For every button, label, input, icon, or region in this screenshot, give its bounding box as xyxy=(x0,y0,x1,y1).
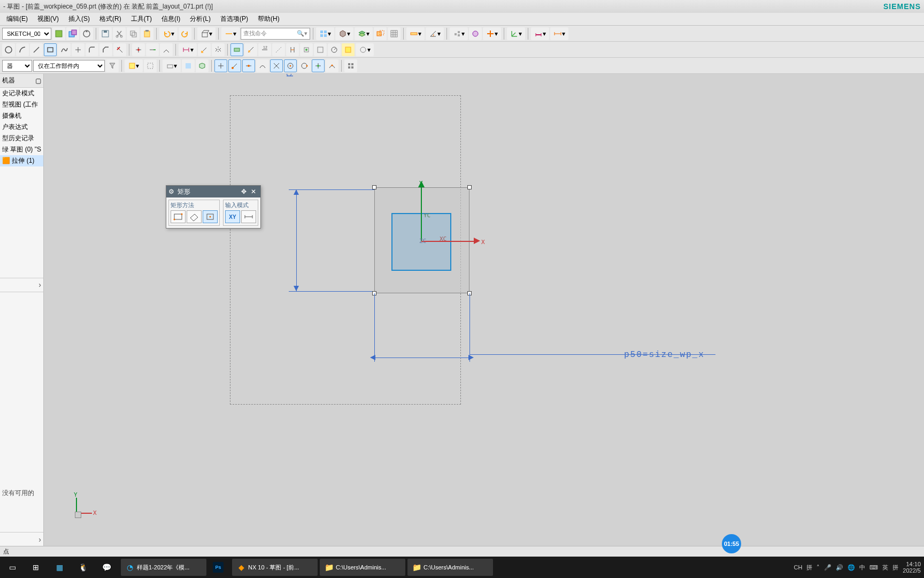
task-item-explorer2[interactable]: 📁C:\Users\Adminis... xyxy=(407,559,493,576)
point-icon[interactable] xyxy=(72,43,84,56)
selection-filter-combo[interactable]: 仅在工作部件内 xyxy=(33,60,105,72)
rect-by-2pt-button[interactable] xyxy=(171,210,186,223)
tree-item[interactable]: 史记录模式 xyxy=(0,88,43,99)
grid-icon[interactable] xyxy=(388,27,401,40)
dim-icon[interactable]: ▾ xyxy=(550,27,568,40)
menu-info[interactable]: 信息(I) xyxy=(157,13,184,25)
rect-by-3pt-button[interactable] xyxy=(187,210,202,223)
wcs-icon[interactable]: ▾ xyxy=(507,27,525,40)
menu-insert[interactable]: 插入(S) xyxy=(64,13,94,25)
make-corner-icon[interactable] xyxy=(160,43,173,56)
animate-dim-icon[interactable] xyxy=(328,43,341,56)
show-constraint-icon[interactable] xyxy=(244,43,257,56)
cut-icon[interactable] xyxy=(113,27,126,40)
tree-item[interactable]: 绿 草图 (0) "S xyxy=(0,144,43,155)
tree-scroll-right[interactable]: › xyxy=(0,278,43,292)
ime-indicator[interactable]: CH xyxy=(794,564,802,571)
save-icon[interactable] xyxy=(99,27,112,40)
gear-icon[interactable]: ⚙ xyxy=(168,188,174,195)
quick-trim-icon[interactable] xyxy=(132,43,145,56)
snap-intersect-icon[interactable] xyxy=(270,59,283,72)
ime-indicator[interactable]: 中 xyxy=(859,564,865,572)
snap-end-icon[interactable] xyxy=(228,59,241,72)
snap-quad-icon[interactable] xyxy=(298,59,311,72)
copy-icon[interactable] xyxy=(127,27,140,40)
more-sketch-icon[interactable]: ▾ xyxy=(356,43,374,56)
tree-item[interactable]: 户表达式 xyxy=(0,121,43,133)
undo-icon[interactable]: ▾ xyxy=(159,27,178,40)
reattach-icon[interactable] xyxy=(66,27,79,40)
param-mode-button[interactable] xyxy=(241,210,256,223)
snap-center-icon[interactable] xyxy=(284,59,297,72)
make-sym-icon[interactable] xyxy=(212,43,225,56)
convert-ref-icon[interactable] xyxy=(272,43,285,56)
layer-icon[interactable]: ▾ xyxy=(355,27,373,40)
calculator-button[interactable]: ▦ xyxy=(50,559,72,576)
rectangle-dialog[interactable]: ⚙ 矩形 ✥ ✕ 矩形方法 输入模式 XY xyxy=(166,185,261,229)
ime-indicator[interactable]: 拼 xyxy=(806,564,812,572)
spline-icon[interactable] xyxy=(58,43,71,56)
quick-extend-icon[interactable] xyxy=(146,43,159,56)
tree-item-selected[interactable]: 🟧 拉伸 (1) xyxy=(0,155,43,166)
command-search[interactable]: 查找命令🔍▾ xyxy=(241,28,310,40)
measure-icon[interactable]: ▾ xyxy=(406,27,425,40)
menu-edit[interactable]: 编辑(E) xyxy=(2,13,32,25)
sketch-name-combo[interactable]: SKETCH_000 xyxy=(2,28,51,40)
xy-mode-button[interactable]: XY xyxy=(225,210,240,223)
menu-format[interactable]: 格式(R) xyxy=(95,13,126,25)
handle[interactable] xyxy=(372,185,376,189)
selection-scope-combo[interactable]: 器 xyxy=(2,60,32,72)
view-style-icon[interactable]: ▾ xyxy=(316,27,334,40)
menu-help[interactable]: 帮助(H) xyxy=(253,13,284,25)
detail-scroll-right[interactable]: › xyxy=(0,532,43,546)
measure-angle-icon[interactable]: ▾ xyxy=(426,27,444,40)
sel-box-icon[interactable] xyxy=(144,59,157,72)
wechat-button[interactable]: 💬 xyxy=(97,559,119,576)
line-icon[interactable] xyxy=(30,43,43,56)
tree-item[interactable]: 型视图 (工作 xyxy=(0,99,43,110)
sel-all-icon[interactable] xyxy=(344,59,357,72)
sel-priority-icon[interactable]: ▾ xyxy=(163,59,181,72)
snap-ctrl-icon[interactable] xyxy=(256,59,269,72)
menu-tools[interactable]: 工具(T) xyxy=(127,13,156,25)
rapid-dim-icon[interactable]: ▾ xyxy=(179,43,197,56)
orient-icon[interactable] xyxy=(80,27,93,40)
continuous-auto-dim-icon[interactable] xyxy=(230,43,243,56)
menu-analysis[interactable]: 分析(L) xyxy=(186,13,215,25)
qq-button[interactable]: 🐧 xyxy=(74,559,95,576)
sel-face-icon[interactable] xyxy=(182,59,195,72)
show-desktop-button[interactable]: ▭ xyxy=(3,559,25,576)
dialog-titlebar[interactable]: ⚙ 矩形 ✥ ✕ xyxy=(166,186,260,197)
rect-from-center-button[interactable] xyxy=(203,210,218,223)
datum-icon[interactable]: ▾ xyxy=(221,27,240,40)
snap-exist-icon[interactable] xyxy=(312,59,325,72)
tray-volume-icon[interactable]: 🔊 xyxy=(836,564,843,571)
tray-chevron-icon[interactable]: ˄ xyxy=(817,564,820,571)
move-icon[interactable]: ✥ xyxy=(241,188,247,195)
photoshop-button[interactable]: Ps xyxy=(209,559,230,576)
panel-pin-icon[interactable]: ▢ xyxy=(35,77,41,85)
sel-filter-icon[interactable] xyxy=(106,59,119,72)
create-infer-icon[interactable] xyxy=(314,43,327,56)
menu-preferences[interactable]: 首选项(P) xyxy=(216,13,252,25)
highlight-icon[interactable] xyxy=(342,43,355,56)
chamfer-icon[interactable] xyxy=(99,43,112,56)
tree-item[interactable]: 型历史记录 xyxy=(0,133,43,144)
move-comp-icon[interactable]: ▾ xyxy=(483,27,501,40)
render-style-icon[interactable]: ▾ xyxy=(335,27,353,40)
ime-indicator[interactable]: 拼 xyxy=(892,564,898,572)
paste-icon[interactable] xyxy=(141,27,153,40)
close-icon[interactable]: ✕ xyxy=(249,188,258,195)
snap-curve-icon[interactable] xyxy=(326,59,338,72)
trim-icon[interactable] xyxy=(113,43,126,56)
ime-indicator[interactable]: 英 xyxy=(882,564,888,572)
redo-icon[interactable] xyxy=(179,27,191,40)
graphics-canvas[interactable]: p49=size Y X YC XC ZC p50=size_wp_x xyxy=(44,74,924,546)
finish-sketch-icon[interactable] xyxy=(52,27,65,40)
geom-constraint-icon[interactable] xyxy=(198,43,211,56)
sel-highlight-icon[interactable]: ▾ xyxy=(125,59,143,72)
assembly-icon[interactable]: ▾ xyxy=(450,27,468,40)
clock[interactable]: 14:10 2022/5 xyxy=(903,561,921,574)
clip-icon[interactable] xyxy=(374,27,387,40)
fillet-icon[interactable] xyxy=(86,43,98,56)
